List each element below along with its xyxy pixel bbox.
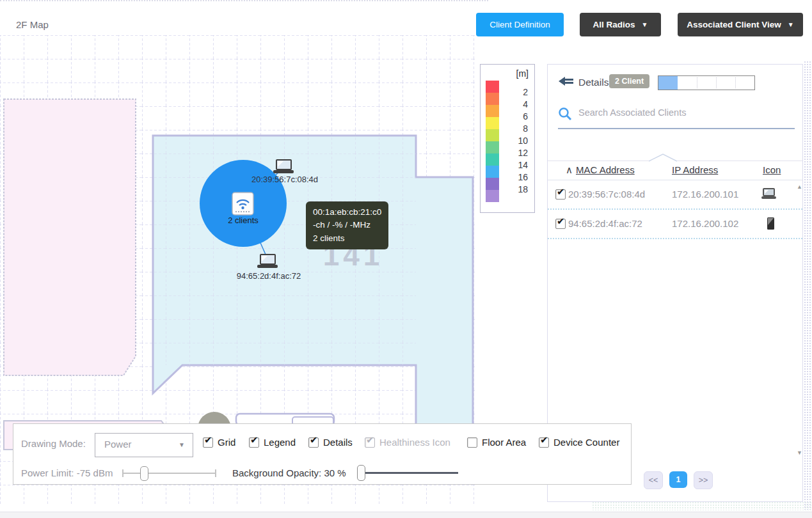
- details-title: Details: [578, 77, 609, 88]
- header-ip-address[interactable]: IP Address: [672, 164, 718, 175]
- associated-client-view-dropdown[interactable]: Associated Client View ▼: [678, 13, 803, 36]
- capacity-bar-tick: [735, 77, 736, 88]
- ap-tooltip-mac: 00:1a:eb:cb:21:c0: [313, 206, 381, 219]
- search-icon: [558, 107, 572, 121]
- scroll-up-arrow[interactable]: ▲: [797, 184, 802, 190]
- distance-legend: [m] 2 4 6 8 10 12 14 16 18: [480, 64, 535, 213]
- floor-area-label: Floor Area: [482, 437, 526, 448]
- legend-swatch: [486, 166, 499, 178]
- search-underline: [558, 128, 795, 129]
- panel-shadow: [592, 501, 812, 510]
- healthiness-icon-label: Healthiness Icon: [379, 437, 450, 448]
- client-mac-label: 20:39:56:7c:08:4d: [234, 175, 336, 184]
- capacity-bar-fill: [658, 76, 678, 90]
- drawing-mode-label: Drawing Mode:: [21, 438, 86, 449]
- legend-tick: 12: [506, 148, 528, 158]
- laptop-icon: [761, 188, 777, 200]
- back-arrow-icon[interactable]: [558, 75, 575, 87]
- legend-swatch: [486, 81, 499, 93]
- chevron-down-icon: ▼: [642, 21, 648, 28]
- power-limit-slider-handle[interactable]: [140, 466, 148, 481]
- client-count-badge: 2 Client: [609, 74, 649, 88]
- cell-mac: 20:39:56:7c:08:4d: [568, 189, 645, 200]
- client-row[interactable]: ✔ 20:39:56:7c:08:4d 172.16.200.101: [548, 180, 802, 210]
- map-toolbar: Drawing Mode: Power ▼ ✔ Grid ✔ Legend ✔ …: [13, 423, 632, 485]
- ap-tooltip-clients: 2 clients: [313, 232, 381, 245]
- legend-tick: 4: [506, 99, 528, 109]
- cell-mac: 94:65:2d:4f:ac:72: [568, 218, 642, 229]
- client-row[interactable]: ✔ 94:65:2d:4f:ac:72 172.16.200.102: [548, 210, 802, 239]
- all-radios-label: All Radios: [593, 20, 635, 29]
- capacity-bar-tick: [697, 77, 697, 88]
- drawing-mode-select[interactable]: Power ▼: [95, 433, 193, 457]
- legend-swatch: [486, 141, 499, 153]
- legend-swatch: [486, 178, 499, 190]
- table-notch: [649, 153, 677, 162]
- legend-swatch: [486, 153, 499, 166]
- device-counter-label: Device Counter: [553, 437, 619, 448]
- drawing-mode-value: Power: [104, 439, 132, 450]
- pagination-prev-button[interactable]: <<: [644, 471, 663, 489]
- header-icon[interactable]: Icon: [763, 164, 781, 175]
- pagination: << 1 >>: [644, 471, 713, 489]
- slider-end-tick: [215, 469, 216, 477]
- legend-tick: 18: [506, 184, 528, 194]
- capacity-bar: [658, 75, 755, 90]
- legend-tick: 6: [506, 111, 528, 122]
- slider-track: [122, 473, 216, 474]
- grid-label: Grid: [218, 437, 235, 448]
- chevron-down-icon: ▼: [179, 441, 185, 448]
- details-checkbox[interactable]: ✔ Details: [308, 437, 353, 448]
- client-definition-button[interactable]: Client Definition: [476, 13, 564, 36]
- legend-tick: 10: [506, 136, 528, 146]
- pagination-next-button[interactable]: >>: [694, 471, 713, 489]
- legend-swatch: [486, 93, 499, 105]
- legend-label: Legend: [264, 437, 296, 448]
- scrollbar-track[interactable]: [804, 61, 812, 510]
- row-checkbox[interactable]: ✔: [555, 189, 566, 200]
- bottom-edge: [0, 512, 812, 518]
- grid-checkbox[interactable]: ✔ Grid: [203, 437, 235, 448]
- cell-ip: 172.16.200.102: [672, 218, 738, 229]
- chevron-down-icon: ▼: [788, 21, 794, 28]
- laptop-icon[interactable]: [257, 255, 278, 268]
- top-divider: [0, 0, 488, 1]
- ap-clients-count-label: 2 clients: [211, 216, 275, 225]
- row-checkbox[interactable]: ✔: [555, 219, 566, 229]
- scroll-down-arrow[interactable]: ▼: [797, 450, 802, 456]
- details-label: Details: [323, 437, 353, 448]
- cell-ip: 172.16.200.101: [672, 189, 738, 200]
- device-counter-checkbox[interactable]: ✔ Device Counter: [539, 437, 619, 448]
- legend-checkbox[interactable]: ✔ Legend: [249, 437, 296, 448]
- legend-tick: 2: [506, 87, 528, 97]
- healthiness-icon-checkbox: ✔ Healthiness Icon: [365, 437, 450, 448]
- floor-area-checkbox[interactable]: Floor Area: [467, 437, 526, 448]
- legend-tick: 16: [506, 172, 528, 182]
- room-pink: [4, 99, 136, 375]
- client-mac-label: 94:65:2d:4f:ac:72: [218, 271, 320, 281]
- ap-tooltip: 00:1a:eb:cb:21:c0 -ch / -% / -MHz 2 clie…: [306, 201, 388, 249]
- legend-tick: 14: [506, 160, 528, 170]
- app-window: 2F Map Client Definition All Radios ▼ As…: [0, 0, 812, 518]
- background-opacity-slider: [357, 465, 458, 480]
- pagination-page-1-button[interactable]: 1: [669, 471, 687, 488]
- sort-ascending-icon[interactable]: ∧: [566, 164, 573, 176]
- associated-client-view-label: Associated Client View: [687, 20, 781, 29]
- legend-tick: 8: [506, 123, 528, 134]
- legend-swatch: [486, 190, 499, 202]
- background-opacity-slider-handle[interactable]: [357, 465, 365, 481]
- slider-track: [363, 472, 458, 474]
- access-point-icon[interactable]: [232, 192, 253, 215]
- ap-tooltip-radio: -ch / -% / -MHz: [313, 219, 381, 232]
- background-opacity-label: Background Opacity: 30 %: [232, 467, 346, 478]
- power-limit-label: Power Limit: -75 dBm: [21, 467, 113, 478]
- search-input[interactable]: [577, 107, 772, 118]
- legend-swatch: [486, 129, 499, 141]
- all-radios-dropdown[interactable]: All Radios ▼: [580, 13, 661, 36]
- capacity-bar-tick: [716, 77, 717, 88]
- smartphone-icon: [764, 217, 779, 230]
- legend-swatch: [486, 117, 499, 129]
- laptop-icon[interactable]: [273, 160, 294, 173]
- legend-unit-label: [m]: [516, 68, 529, 79]
- header-mac-address[interactable]: MAC Address: [576, 164, 635, 175]
